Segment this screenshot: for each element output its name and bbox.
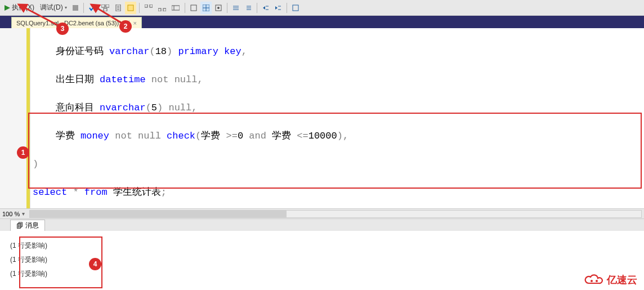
messages-icon: 🗐	[16, 222, 23, 230]
zoom-dropdown-icon[interactable]: ▾	[22, 211, 25, 217]
execute-button[interactable]: 执行(X)	[2, 2, 37, 14]
close-tab-icon[interactable]: ×	[133, 20, 136, 26]
svg-marker-0	[5, 5, 10, 11]
debug-button[interactable]: 调试(D) ▾	[38, 2, 69, 14]
estimated-plan-button[interactable]	[99, 2, 111, 14]
results-to-file-button[interactable]	[213, 2, 224, 14]
cloud-icon	[584, 273, 603, 287]
svg-rect-3	[106, 5, 109, 7]
results-to-text-button[interactable]	[188, 2, 199, 14]
results-tab-strip: 🗐 消息	[0, 218, 644, 231]
scrollbar-thumb[interactable]	[30, 211, 287, 217]
svg-point-39	[591, 280, 593, 282]
pin-icon[interactable]: ⇲	[124, 19, 129, 26]
message-line: (1 行受影响)	[10, 269, 634, 279]
svg-marker-31	[275, 6, 278, 10]
specify-template-button[interactable]	[290, 2, 301, 14]
code-area[interactable]: 身份证号码 varchar(18) primary key, 出生日期 date…	[30, 28, 644, 208]
parse-button[interactable]	[87, 2, 98, 14]
svg-marker-28	[263, 6, 265, 10]
include-actual-plan-button[interactable]	[142, 2, 155, 14]
messages-tab-label: 消息	[25, 221, 39, 230]
messages-panel: (1 行受影响) (1 行受影响) (1 行受影响)	[0, 231, 644, 290]
svg-rect-11	[150, 5, 153, 7]
svg-rect-14	[172, 6, 180, 10]
svg-rect-34	[293, 5, 298, 11]
increase-indent-button[interactable]	[272, 2, 284, 14]
decrease-indent-button[interactable]	[260, 2, 271, 14]
svg-rect-1	[73, 5, 78, 11]
watermark: 亿速云	[584, 273, 637, 287]
file-tab-label: SQLQuery1.sql - DC2.benet (sa (53))*	[16, 20, 121, 26]
toolbar: 执行(X) 调试(D) ▾	[0, 0, 644, 16]
execute-label: 执行(X)	[12, 3, 34, 12]
svg-point-21	[217, 7, 220, 9]
include-live-stats-button[interactable]	[156, 2, 168, 14]
messages-tab[interactable]: 🗐 消息	[10, 220, 45, 231]
message-line: (1 行受影响)	[10, 241, 634, 251]
watermark-text: 亿速云	[607, 273, 637, 287]
svg-rect-13	[163, 8, 166, 11]
svg-point-40	[596, 280, 598, 282]
code-editor[interactable]: 身份证号码 varchar(18) primary key, 出生日期 date…	[0, 28, 644, 208]
query-options-button[interactable]	[113, 2, 124, 14]
editor-gutter	[0, 28, 30, 208]
svg-rect-10	[145, 5, 147, 7]
tab-strip: SQLQuery1.sql - DC2.benet (sa (53))* ⇲ ×	[0, 16, 644, 28]
svg-rect-4	[104, 8, 107, 11]
svg-rect-2	[101, 5, 105, 7]
zoom-bar: 100 % ▾	[0, 208, 644, 218]
svg-rect-16	[191, 5, 196, 11]
include-client-stats-button[interactable]	[169, 2, 182, 14]
uncomment-button[interactable]	[243, 2, 254, 14]
stop-button[interactable]	[70, 2, 80, 14]
comment-button[interactable]	[230, 2, 242, 14]
debug-label: 调试(D)	[40, 3, 63, 12]
file-tab[interactable]: SQLQuery1.sql - DC2.benet (sa (53))* ⇲ ×	[11, 17, 142, 28]
message-line: (1 行受影响)	[10, 255, 634, 265]
svg-rect-9	[128, 5, 133, 11]
intellisense-button[interactable]	[125, 2, 136, 14]
zoom-level[interactable]: 100 %	[2, 211, 20, 217]
horizontal-scrollbar[interactable]	[29, 210, 642, 218]
results-to-grid-button[interactable]	[200, 2, 212, 14]
svg-rect-12	[158, 8, 161, 11]
